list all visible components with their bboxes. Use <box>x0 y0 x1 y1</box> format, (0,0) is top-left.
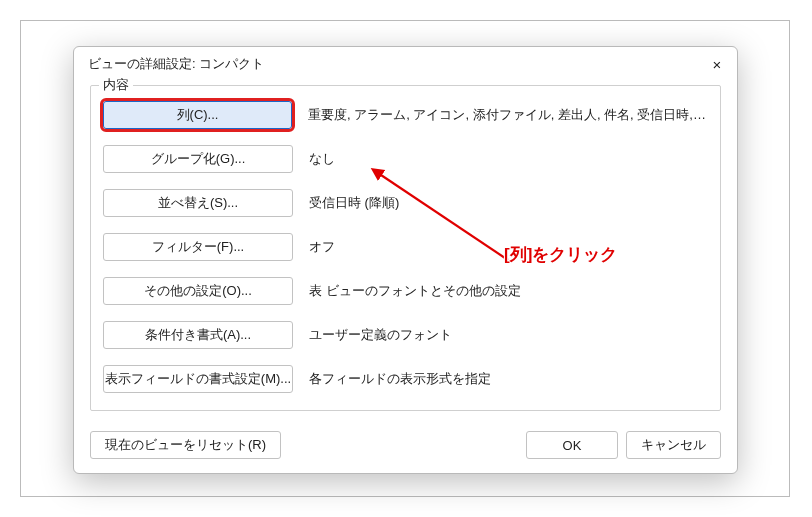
row-format-columns: 表示フィールドの書式設定(M)... 各フィールドの表示形式を指定 <box>103 364 708 394</box>
cancel-button[interactable]: キャンセル <box>626 431 721 459</box>
outer-frame: ビューの詳細設定: コンパクト × 内容 列(C)... 重要度, アラーム, … <box>20 20 790 497</box>
conditional-formatting-desc: ユーザー定義のフォント <box>309 326 452 344</box>
close-icon: × <box>713 56 722 73</box>
row-other: その他の設定(O)... 表 ビューのフォントとその他の設定 <box>103 276 708 306</box>
ok-button[interactable]: OK <box>526 431 618 459</box>
groupbox-label: 内容 <box>99 76 133 94</box>
row-columns: 列(C)... 重要度, アラーム, アイコン, 添付ファイル, 差出人, 件名… <box>103 100 708 130</box>
close-button[interactable]: × <box>705 53 729 75</box>
sort-desc: 受信日時 (降順) <box>309 194 399 212</box>
titlebar: ビューの詳細設定: コンパクト × <box>74 47 737 81</box>
format-columns-button[interactable]: 表示フィールドの書式設定(M)... <box>103 365 293 393</box>
groupby-button[interactable]: グループ化(G)... <box>103 145 293 173</box>
advanced-view-settings-dialog: ビューの詳細設定: コンパクト × 内容 列(C)... 重要度, アラーム, … <box>73 46 738 474</box>
reset-view-button[interactable]: 現在のビューをリセット(R) <box>90 431 281 459</box>
sort-button[interactable]: 並べ替え(S)... <box>103 189 293 217</box>
columns-desc: 重要度, アラーム, アイコン, 添付ファイル, 差出人, 件名, 受信日時, … <box>308 106 708 124</box>
annotation-text: [列]をクリック <box>504 243 617 266</box>
dialog-content: 内容 列(C)... 重要度, アラーム, アイコン, 添付ファイル, 差出人,… <box>74 81 737 437</box>
row-groupby: グループ化(G)... なし <box>103 144 708 174</box>
dialog-title: ビューの詳細設定: コンパクト <box>88 55 264 73</box>
columns-button[interactable]: 列(C)... <box>103 101 292 129</box>
row-conditional: 条件付き書式(A)... ユーザー定義のフォント <box>103 320 708 350</box>
conditional-formatting-button[interactable]: 条件付き書式(A)... <box>103 321 293 349</box>
format-columns-desc: 各フィールドの表示形式を指定 <box>309 370 491 388</box>
other-settings-desc: 表 ビューのフォントとその他の設定 <box>309 282 521 300</box>
dialog-button-row: 現在のビューをリセット(R) OK キャンセル <box>74 431 737 459</box>
row-sort: 並べ替え(S)... 受信日時 (降順) <box>103 188 708 218</box>
filter-button[interactable]: フィルター(F)... <box>103 233 293 261</box>
description-groupbox: 内容 列(C)... 重要度, アラーム, アイコン, 添付ファイル, 差出人,… <box>90 85 721 411</box>
filter-desc: オフ <box>309 238 335 256</box>
groupby-desc: なし <box>309 150 335 168</box>
other-settings-button[interactable]: その他の設定(O)... <box>103 277 293 305</box>
